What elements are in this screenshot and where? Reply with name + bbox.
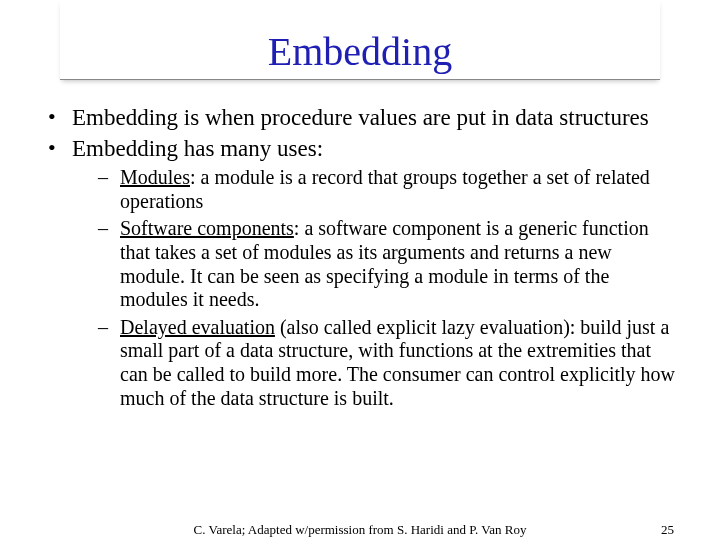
slide-title: Embedding — [60, 0, 660, 80]
sub-bullet-item: Modules: a module is a record that group… — [98, 166, 676, 213]
slide-body: Embedding is when procedure values are p… — [0, 80, 720, 410]
sub-bullet-item: Software components: a software componen… — [98, 217, 676, 311]
bullet-item: Embedding has many uses: Modules: a modu… — [44, 135, 676, 410]
slide: Embedding Embedding is when procedure va… — [0, 0, 720, 540]
sub-bullet-text: : a module is a record that groups toget… — [120, 166, 650, 212]
sub-bullet-list: Modules: a module is a record that group… — [72, 166, 676, 410]
sub-bullet-item: Delayed evaluation (also called explicit… — [98, 316, 676, 410]
footer-credit: C. Varela; Adapted w/permission from S. … — [0, 522, 720, 538]
bullet-text: Embedding has many uses: — [72, 136, 323, 161]
sub-bullet-lead: Modules — [120, 166, 190, 188]
footer-page-number: 25 — [661, 522, 674, 538]
sub-bullet-lead: Delayed evaluation — [120, 316, 275, 338]
bullet-list: Embedding is when procedure values are p… — [44, 104, 676, 410]
bullet-text: Embedding is when procedure values are p… — [72, 105, 649, 130]
bullet-item: Embedding is when procedure values are p… — [44, 104, 676, 131]
sub-bullet-lead: Software components — [120, 217, 294, 239]
